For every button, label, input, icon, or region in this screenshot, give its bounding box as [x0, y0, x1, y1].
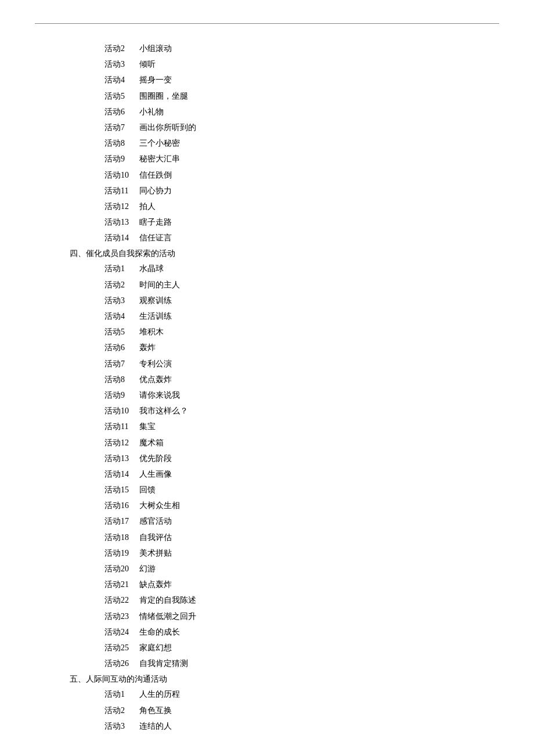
- section-self-explore: 四、催化成员自我探索的活动 活动1水晶球活动2时间的主人活动3观察训练活动4生活…: [70, 249, 499, 671]
- list-item: 活动9请你来说我: [104, 388, 499, 402]
- list-item: 活动25家庭幻想: [104, 640, 499, 655]
- list-item: 活动23情绪低潮之回升: [104, 609, 499, 624]
- activity-name: 小礼物: [139, 105, 164, 119]
- list-item: 活动9秘密大汇串: [104, 152, 499, 166]
- list-item: 活动2时间的主人: [104, 278, 499, 292]
- activity-num: 活动22: [104, 593, 139, 607]
- activity-name: 情绪低潮之回升: [139, 609, 196, 624]
- activity-name: 回馈: [139, 483, 156, 497]
- activity-num: 活动10: [104, 168, 139, 182]
- activity-num: 活动6: [104, 105, 139, 119]
- activity-num: 活动5: [104, 325, 139, 339]
- activity-num: 活动4: [104, 309, 139, 323]
- list-item: 活动20幻游: [104, 561, 499, 576]
- list-item: 活动22肯定的自我陈述: [104, 593, 499, 607]
- activity-num: 活动6: [104, 340, 139, 355]
- activity-name: 拍人: [139, 199, 156, 214]
- activity-name: 围圈圈，坐腿: [139, 89, 188, 103]
- activity-num: 活动7: [104, 357, 139, 371]
- activity-name: 摇身一变: [139, 73, 172, 87]
- activity-num: 活动14: [104, 231, 139, 245]
- activity-num: 活动7: [104, 120, 139, 135]
- activity-num: 活动21: [104, 577, 139, 592]
- list-item: 活动7画出你所听到的: [104, 120, 499, 135]
- activity-list-trust: 活动2小组滚动活动3倾听活动4摇身一变活动5围圈圈，坐腿活动6小礼物活动7画出你…: [70, 41, 499, 245]
- list-item: 活动26自我肯定猜测: [104, 656, 499, 671]
- list-item: 活动1水晶球: [104, 261, 499, 276]
- list-item: 活动8优点轰炸: [104, 372, 499, 387]
- activity-name: 集宝: [139, 419, 156, 434]
- activity-name: 魔术箱: [139, 435, 164, 450]
- list-item: 活动18自我评估: [104, 530, 499, 545]
- activity-name: 幻游: [139, 561, 156, 576]
- activity-name: 角色互换: [139, 703, 172, 718]
- activity-num: 活动20: [104, 561, 139, 576]
- activity-num: 活动3: [104, 293, 139, 308]
- activity-name: 三个小秘密: [139, 136, 180, 150]
- activity-name: 画出你所听到的: [139, 120, 196, 135]
- activity-num: 活动12: [104, 199, 139, 214]
- activity-name: 优先阶段: [139, 451, 172, 466]
- activity-num: 活动25: [104, 640, 139, 655]
- activity-num: 活动16: [104, 498, 139, 513]
- activity-num: 活动11: [104, 419, 139, 434]
- section-title-interpersonal: 五、人际间互动的沟通活动: [70, 674, 499, 685]
- activity-num: 活动9: [104, 152, 139, 166]
- activity-num: 活动2: [104, 278, 139, 292]
- activity-num: 活动8: [104, 372, 139, 387]
- activity-num: 活动17: [104, 514, 139, 528]
- section-interpersonal: 五、人际间互动的沟通活动 活动1人生的历程活动2角色互换活动3连结的人: [70, 674, 499, 733]
- list-item: 活动11同心协力: [104, 183, 499, 198]
- list-item: 活动4生活训练: [104, 309, 499, 323]
- activity-name: 堆积木: [139, 325, 164, 339]
- activity-name: 倾听: [139, 57, 156, 71]
- activity-num: 活动11: [104, 183, 139, 198]
- list-item: 活动6小礼物: [104, 105, 499, 119]
- list-item: 活动3倾听: [104, 57, 499, 71]
- list-item: 活动4摇身一变: [104, 73, 499, 87]
- activity-num: 活动5: [104, 89, 139, 103]
- activity-num: 活动19: [104, 546, 139, 560]
- activity-name: 大树众生相: [139, 498, 180, 513]
- list-item: 活动24生命的成长: [104, 625, 499, 639]
- activity-num: 活动4: [104, 73, 139, 87]
- activity-name: 专利公演: [139, 357, 172, 371]
- activity-num: 活动14: [104, 467, 139, 481]
- list-item: 活动13优先阶段: [104, 451, 499, 466]
- list-item: 活动2小组滚动: [104, 41, 499, 56]
- activity-num: 活动1: [104, 261, 139, 276]
- list-item: 活动15回馈: [104, 483, 499, 497]
- activity-num: 活动26: [104, 656, 139, 671]
- activity-name: 我市这样么？: [139, 404, 188, 418]
- section-title-self-explore: 四、催化成员自我探索的活动: [70, 249, 499, 259]
- activity-name: 轰炸: [139, 340, 156, 355]
- activity-name: 同心协力: [139, 183, 172, 198]
- activity-name: 优点轰炸: [139, 372, 172, 387]
- activity-name: 信任证言: [139, 231, 172, 245]
- activity-name: 美术拼贴: [139, 546, 172, 560]
- list-item: 活动13瞎子走路: [104, 215, 499, 229]
- activity-num: 活动3: [104, 57, 139, 71]
- top-divider: [35, 23, 499, 24]
- list-item: 活动16大树众生相: [104, 498, 499, 513]
- list-item: 活动21缺点轰炸: [104, 577, 499, 592]
- list-item: 活动6轰炸: [104, 340, 499, 355]
- section-group-trust: 活动2小组滚动活动3倾听活动4摇身一变活动5围圈圈，坐腿活动6小礼物活动7画出你…: [70, 41, 499, 245]
- activity-name: 家庭幻想: [139, 640, 172, 655]
- activity-num: 活动9: [104, 388, 139, 402]
- activity-name: 人生画像: [139, 467, 172, 481]
- activity-num: 活动13: [104, 451, 139, 466]
- list-item: 活动10我市这样么？: [104, 404, 499, 418]
- list-item: 活动1人生的历程: [104, 687, 499, 701]
- activity-name: 水晶球: [139, 261, 164, 276]
- activity-name: 时间的主人: [139, 278, 180, 292]
- activity-num: 活动18: [104, 530, 139, 545]
- list-item: 活动12拍人: [104, 199, 499, 214]
- activity-name: 自我肯定猜测: [139, 656, 188, 671]
- activity-name: 观察训练: [139, 293, 172, 308]
- list-item: 活动8三个小秘密: [104, 136, 499, 150]
- activity-num: 活动3: [104, 719, 139, 733]
- activity-name: 生命的成长: [139, 625, 180, 639]
- activity-num: 活动24: [104, 625, 139, 639]
- activity-name: 缺点轰炸: [139, 577, 172, 592]
